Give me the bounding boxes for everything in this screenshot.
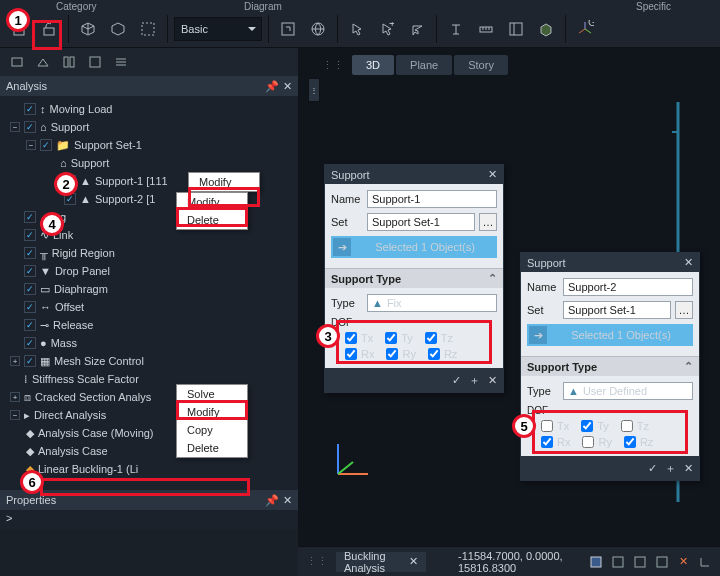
ctx-solve[interactable]: Solve — [177, 385, 247, 403]
close-icon[interactable]: ✕ — [283, 80, 292, 93]
ctx-modify[interactable]: Modify — [189, 173, 259, 191]
tree-item[interactable]: Support Set-1 — [74, 139, 142, 151]
status-icon-axes[interactable] — [698, 553, 712, 571]
status-icon-cross[interactable]: ✕ — [677, 553, 690, 571]
checkbox[interactable] — [24, 337, 36, 349]
checkbox[interactable] — [24, 265, 36, 277]
dof-rz[interactable]: Rz — [428, 348, 457, 360]
close-icon[interactable]: ✕ — [684, 256, 693, 269]
measure-icon[interactable] — [473, 16, 499, 42]
pin-icon[interactable]: 📌 — [265, 80, 279, 93]
ctx-modify[interactable]: Modify — [177, 193, 247, 211]
lock-open-icon[interactable] — [36, 16, 62, 42]
tree-item[interactable]: Release — [53, 319, 93, 331]
selection-info[interactable]: ➔Selected 1 Object(s) — [331, 236, 497, 258]
name-input[interactable]: Support-2 — [563, 278, 693, 296]
pointer-add-icon[interactable]: + — [374, 16, 400, 42]
checkbox[interactable] — [24, 211, 36, 223]
support-type-header[interactable]: Support Type — [325, 268, 503, 288]
cancel-icon[interactable]: ✕ — [684, 462, 693, 475]
tree-item[interactable]: Offset — [55, 301, 84, 313]
checkbox[interactable] — [24, 121, 36, 133]
globe-icon[interactable] — [305, 16, 331, 42]
tool-d-icon[interactable] — [86, 53, 104, 71]
tree-item[interactable]: Direct Analysis — [34, 409, 106, 421]
set-browse-button[interactable]: … — [479, 213, 497, 231]
block-icon[interactable] — [533, 16, 559, 42]
view-a-icon[interactable] — [275, 16, 301, 42]
panel-icon[interactable] — [503, 16, 529, 42]
close-icon[interactable]: ✕ — [488, 168, 497, 181]
status-tab-buckling[interactable]: Buckling Analysis✕ — [336, 552, 426, 572]
pin-icon[interactable]: 📌 — [265, 494, 279, 507]
set-select[interactable]: Support Set-1 — [367, 213, 475, 231]
tree-item[interactable]: Support — [71, 157, 110, 169]
preset-select[interactable]: Basic — [174, 17, 262, 41]
set-select[interactable]: Support Set-1 — [563, 301, 671, 319]
selection-info[interactable]: ➔Selected 1 Object(s) — [527, 324, 693, 346]
dof-ty[interactable]: Ty — [385, 332, 413, 344]
checkbox[interactable] — [24, 319, 36, 331]
viewport-handle-icon[interactable]: ⋮ — [308, 78, 320, 102]
status-icon-a[interactable] — [589, 553, 603, 571]
tree-item[interactable]: Mesh Size Control — [54, 355, 144, 367]
status-icon-d[interactable] — [655, 553, 669, 571]
checkbox[interactable] — [24, 283, 36, 295]
tool-c-icon[interactable] — [60, 53, 78, 71]
tree-item[interactable]: Cracked Section Analys — [35, 391, 151, 403]
expand-icon[interactable]: + — [10, 392, 20, 402]
dof-tz[interactable]: Tz — [425, 332, 453, 344]
collapse-icon[interactable]: − — [10, 410, 20, 420]
dof-tx[interactable]: Tx — [541, 420, 569, 432]
ctx-delete[interactable]: Delete — [177, 439, 247, 457]
select-rect-icon[interactable] — [135, 16, 161, 42]
handle-icon[interactable]: ⋮⋮ — [322, 59, 344, 72]
type-select[interactable]: ▲User Defined — [563, 382, 693, 400]
expand-icon[interactable]: + — [10, 356, 20, 366]
tree-item[interactable]: Analysis Case (Moving) — [38, 427, 154, 439]
dialog-header[interactable]: Support✕ — [325, 165, 503, 184]
dof-tz[interactable]: Tz — [621, 420, 649, 432]
dof-rx[interactable]: Rx — [541, 436, 570, 448]
axes-g-icon[interactable]: G — [572, 16, 598, 42]
type-select[interactable]: ▲Fix — [367, 294, 497, 312]
analysis-tree[interactable]: ↕Moving Load −⌂Support −📁Support Set-1 ⌂… — [0, 96, 298, 490]
text-icon[interactable] — [443, 16, 469, 42]
dof-rz[interactable]: Rz — [624, 436, 653, 448]
ctx-copy[interactable]: Copy — [177, 421, 247, 439]
cancel-icon[interactable]: ✕ — [488, 374, 497, 387]
collapse-icon[interactable]: − — [26, 140, 36, 150]
tree-item-support-2[interactable]: Support-2 [1 — [95, 193, 156, 205]
checkbox[interactable] — [24, 103, 36, 115]
tree-item-linear-buckling[interactable]: Linear Buckling-1 (Li — [38, 463, 138, 475]
dof-rx[interactable]: Rx — [345, 348, 374, 360]
cube-icon[interactable] — [75, 16, 101, 42]
checkbox[interactable] — [24, 355, 36, 367]
add-icon[interactable]: ＋ — [665, 461, 676, 476]
name-input[interactable]: Support-1 — [367, 190, 497, 208]
tab-plane[interactable]: Plane — [396, 55, 452, 75]
collapse-icon[interactable]: − — [10, 122, 20, 132]
dof-tx[interactable]: Tx — [345, 332, 373, 344]
status-icon-c[interactable] — [633, 553, 647, 571]
cube-outline-icon[interactable] — [105, 16, 131, 42]
set-browse-button[interactable]: … — [675, 301, 693, 319]
status-handle-icon[interactable]: ⋮⋮ — [306, 555, 328, 568]
checkbox[interactable] — [24, 229, 36, 241]
tab-story[interactable]: Story — [454, 55, 508, 75]
tool-a-icon[interactable] — [8, 53, 26, 71]
checkbox[interactable] — [24, 301, 36, 313]
tree-item[interactable]: Drop Panel — [55, 265, 110, 277]
tool-e-icon[interactable] — [112, 53, 130, 71]
tree-item[interactable]: Rigid Region — [52, 247, 115, 259]
close-icon[interactable]: ✕ — [409, 555, 418, 568]
ctx-modify[interactable]: Modify — [177, 403, 247, 421]
tree-item-support-1[interactable]: Support-1 [111 — [95, 175, 168, 187]
tree-item[interactable]: Stiffness Scale Factor — [32, 373, 139, 385]
checkbox[interactable] — [24, 247, 36, 259]
pointer-back-icon[interactable] — [404, 16, 430, 42]
close-icon[interactable]: ✕ — [283, 494, 292, 507]
checkbox[interactable] — [40, 139, 52, 151]
tree-item[interactable]: Support — [51, 121, 90, 133]
apply-icon[interactable]: ✓ — [648, 462, 657, 475]
